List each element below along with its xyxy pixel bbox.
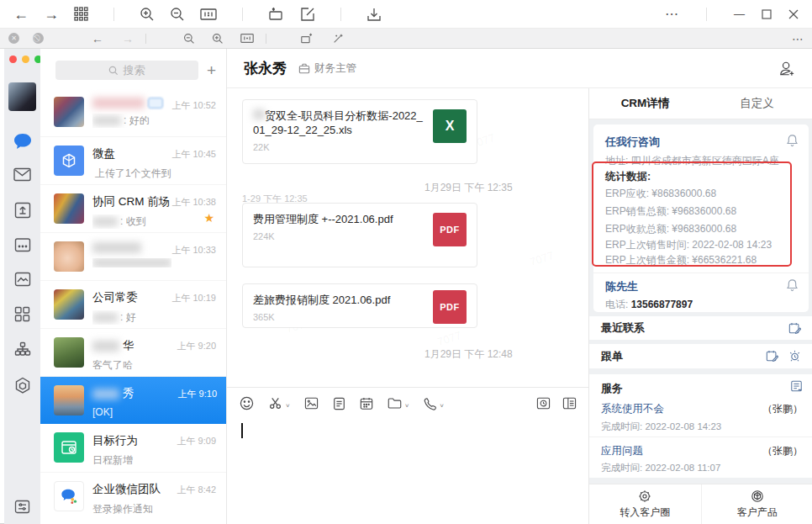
calendar-icon[interactable] (4, 237, 40, 252)
chat-time: 上午 10:52 (171, 97, 216, 136)
close-circle-icon[interactable]: ✕ (8, 33, 19, 44)
phone-number[interactable]: 13566877897 (631, 299, 693, 310)
zoom-in-icon[interactable] (212, 33, 224, 45)
search-placeholder: 搜索 (123, 63, 145, 78)
close-light[interactable] (9, 56, 17, 63)
magic-wand-icon[interactable] (332, 33, 344, 45)
edit-icon[interactable] (300, 7, 315, 22)
chat-item[interactable]: 协同 CRM 前场 : 收到 上午 10:38 ★ (40, 184, 226, 232)
org-icon[interactable] (4, 341, 40, 357)
block-circle-icon[interactable]: ⃠ (33, 33, 44, 44)
company-name[interactable]: 任我行咨询 (605, 135, 660, 150)
censored-text (92, 116, 121, 125)
history-icon[interactable] (536, 397, 551, 410)
folder-icon[interactable] (388, 397, 402, 410)
chat-item[interactable]: 公司常委 : 好 上午 10:19 (40, 280, 226, 328)
chat-time: 上午 9:10 (178, 385, 217, 424)
bell-icon[interactable] (786, 278, 799, 292)
chat-title: 张永秀 (244, 59, 287, 78)
timestamp: 1月29日 下午 12:35 (424, 181, 513, 195)
file-message-xls[interactable]: 贸双全-职员科目分析数据-2022_01_29-12_22_25.xls 22K… (242, 99, 477, 164)
workbench-icon[interactable] (4, 202, 40, 219)
back-icon[interactable]: ← (13, 7, 29, 22)
call-icon[interactable] (423, 397, 436, 410)
one-to-one-icon[interactable] (240, 33, 254, 44)
dropdown-caret[interactable]: ˅ (405, 402, 409, 410)
rotate-icon[interactable] (268, 7, 285, 22)
gallery-icon[interactable] (4, 272, 40, 287)
more-icon[interactable]: ⋯ (792, 33, 804, 45)
bell-icon[interactable] (786, 134, 799, 147)
file-message-pdf[interactable]: 差旅费报销制度 2021.06.pdf 365K PDF (242, 283, 477, 328)
package-icon (751, 490, 764, 503)
rotate-icon[interactable] (300, 33, 314, 45)
grid-icon[interactable] (74, 7, 88, 21)
person-add-icon[interactable] (778, 61, 795, 77)
forward-icon[interactable]: → (44, 7, 59, 22)
minimize-icon[interactable]: — (734, 8, 745, 19)
calendar-edit-icon[interactable] (788, 322, 801, 335)
chat-time: 上午 8:42 (177, 481, 216, 520)
zoom-in-icon[interactable] (140, 7, 155, 22)
reminder-icon[interactable] (788, 350, 801, 363)
emoji-icon[interactable] (240, 396, 254, 410)
mail-icon[interactable] (4, 167, 40, 182)
section-recent-contact[interactable]: 最近联系 (589, 316, 812, 340)
app-sidebar (4, 49, 40, 524)
calendar-edit-icon[interactable] (766, 350, 778, 363)
chat-bubble-icon[interactable] (4, 132, 40, 151)
settings-icon[interactable] (4, 500, 40, 514)
chat-item[interactable]: 华 客气了哈 上午 9:20 (40, 328, 226, 376)
file-icon[interactable] (333, 397, 345, 410)
more-icon[interactable]: ⋯ (665, 8, 679, 21)
service-item-title[interactable]: 系统使用不会 (601, 402, 664, 416)
image-icon[interactable] (304, 397, 319, 410)
dropdown-caret[interactable]: ˅ (286, 402, 290, 410)
apps-icon[interactable] (4, 306, 40, 322)
tab-crm-detail[interactable]: CRM详情 (589, 88, 701, 119)
stat-line: ERP上次销售时间: 2022-02-08 14:23 (605, 238, 772, 252)
drive-icon[interactable] (4, 377, 40, 394)
dropdown-caret[interactable]: ˅ (440, 402, 444, 410)
back-icon[interactable]: ← (92, 33, 103, 45)
message-input-area[interactable]: ˅ ˅ ˅ (227, 387, 588, 524)
maximize-icon[interactable] (762, 9, 772, 19)
censored-text (92, 258, 171, 267)
chat-item[interactable]: 微盘 上传了1个文件到【协… 上午 10:45 (40, 136, 226, 184)
chat-item-selected[interactable]: 秀 [OK] 上午 9:10 (40, 376, 227, 424)
briefcase-icon (298, 63, 310, 74)
service-owner: （张鹏） (762, 444, 803, 458)
watermark: 7077 (528, 249, 555, 268)
section-follow-up[interactable]: 跟单 (589, 344, 812, 368)
minimize-light[interactable] (22, 56, 29, 63)
chat-item[interactable]: 企业微信团队 登录操作通知 上午 8:42 (40, 472, 226, 520)
close-icon[interactable] (788, 9, 799, 19)
chat-time: 上午 10:19 (171, 289, 216, 328)
customer-products-button[interactable]: 客户产品 (701, 484, 812, 524)
schedule-icon[interactable] (360, 397, 373, 410)
pdf-file-icon: PDF (433, 290, 467, 324)
chat-time: 上午 9:20 (177, 337, 216, 376)
panel-icon[interactable] (562, 397, 577, 410)
transfer-customer-circle-button[interactable]: 转入客户圈 (589, 484, 701, 524)
plus-icon[interactable]: + (207, 62, 216, 78)
service-item-title[interactable]: 应用问题 (601, 444, 643, 458)
search-input[interactable]: 搜索 (55, 61, 198, 80)
screenshot-icon[interactable] (268, 396, 282, 410)
tab-custom[interactable]: 自定义 (701, 88, 812, 119)
file-message-pdf[interactable]: 费用管理制度 +--2021.06.pdf 224K PDF (242, 203, 477, 267)
zoom-out-icon[interactable] (183, 33, 195, 45)
chat-item[interactable]: : 好的 上午 10:52 (40, 88, 226, 136)
chat-role: 财务主管 (298, 61, 356, 76)
one-to-one-icon[interactable] (200, 8, 217, 21)
chat-time: 上午 9:09 (177, 432, 216, 472)
chat-item[interactable]: 目标行为 日程新增 上午 9:09 (40, 424, 226, 472)
user-avatar[interactable] (8, 82, 36, 111)
traffic-lights[interactable] (9, 56, 42, 63)
zoom-out-icon[interactable] (170, 7, 185, 22)
pdf-file-icon: PDF (433, 213, 467, 246)
contact-name[interactable]: 陈先生 (605, 279, 638, 294)
download-icon[interactable] (366, 7, 382, 22)
chat-item[interactable]: 上午 10:33 (40, 232, 226, 280)
doc-icon[interactable] (790, 380, 803, 393)
